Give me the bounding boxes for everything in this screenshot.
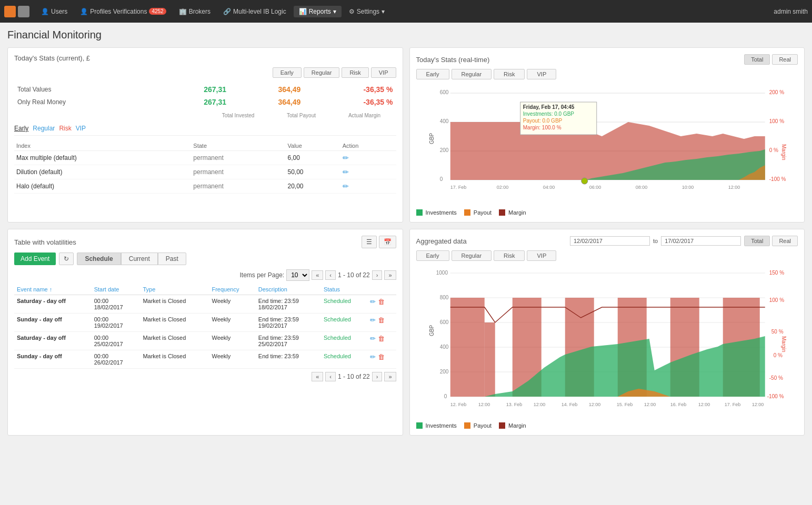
agg-date-to[interactable] xyxy=(661,236,741,246)
col-event-name[interactable]: Event name ↑ xyxy=(14,284,92,295)
delete-event-btn[interactable]: 🗑 xyxy=(378,316,385,324)
col-description[interactable]: Description xyxy=(256,284,321,295)
index-name-0: Max multiple (default) xyxy=(14,151,191,165)
rtchart-tab-regular[interactable]: Regular xyxy=(452,69,492,79)
reports-dropdown-icon: ▾ xyxy=(333,8,336,15)
agg-legend-investments-label: Investments xyxy=(426,422,457,429)
subtab-risk[interactable]: Risk xyxy=(59,125,71,132)
edit-icon-2[interactable]: ✏ xyxy=(343,182,349,190)
event-name: Sunday - day off xyxy=(14,314,92,332)
page-prev-btn[interactable]: ‹ xyxy=(325,270,336,280)
index-state-2: permanent xyxy=(191,179,285,194)
svg-text:12:00: 12:00 xyxy=(588,402,600,407)
nav-item-users[interactable]: 👤 Users xyxy=(36,6,73,17)
agg-margin-dot xyxy=(499,422,505,429)
page-first-btn-b[interactable]: « xyxy=(312,372,323,381)
agg-btn-total[interactable]: Total xyxy=(744,236,770,246)
legend-payout-label: Payout xyxy=(474,209,492,216)
event-start: 00:00 26/02/2017 xyxy=(92,350,141,369)
svg-text:0 %: 0 % xyxy=(773,352,782,358)
svg-text:15. Feb: 15. Feb xyxy=(616,402,633,407)
events-scroll-area[interactable]: Event name ↑ Start date Type Frequency D… xyxy=(14,284,396,369)
real-money-red: -36,35 % xyxy=(304,96,396,108)
rtchart-tab-early[interactable]: Early xyxy=(416,69,449,79)
rtchart-tab-risk[interactable]: Risk xyxy=(494,69,525,79)
subtab-early[interactable]: Early xyxy=(14,125,28,132)
add-event-button[interactable]: Add Event xyxy=(14,252,56,265)
agg-header: Aggregated data to Total Real xyxy=(416,236,798,246)
nav-item-profiles[interactable]: 👤 Profiles Verifications 4252 xyxy=(75,6,171,17)
event-name: Saturday - day off xyxy=(14,332,92,350)
agg-btn-real[interactable]: Real xyxy=(772,236,798,246)
schedule-tab-current[interactable]: Current xyxy=(121,252,158,265)
refresh-button[interactable]: ↻ xyxy=(59,252,74,265)
aggchart-tab-early[interactable]: Early xyxy=(416,250,449,261)
edit-event-btn[interactable]: ✏ xyxy=(370,298,376,306)
profile-icon: 👤 xyxy=(80,8,88,15)
realtime-btn-real[interactable]: Real xyxy=(772,54,798,65)
event-actions: ✏ 🗑 xyxy=(367,350,396,369)
col-status[interactable]: Status xyxy=(321,284,367,295)
svg-text:02:00: 02:00 xyxy=(496,185,508,190)
event-type: Market is Closed xyxy=(140,350,209,369)
agg-date-row: to xyxy=(570,236,741,246)
vol-title: Table with volatilities xyxy=(14,238,76,246)
page-next-btn-b[interactable]: › xyxy=(372,372,383,381)
realtime-chart-svg: 600 400 200 0 200 % 100 % 0 % -100 % GBP… xyxy=(416,84,798,205)
tab-vip[interactable]: VIP xyxy=(371,67,396,78)
edit-event-btn[interactable]: ✏ xyxy=(370,335,376,342)
aggchart-tab-risk[interactable]: Risk xyxy=(494,250,525,261)
edit-icon-0[interactable]: ✏ xyxy=(343,154,349,162)
page-next-btn[interactable]: › xyxy=(372,270,383,280)
aggregated-data-panel: Aggregated data to Total Real Early Regu… xyxy=(409,229,805,436)
items-per-page-select[interactable]: 10 25 50 xyxy=(286,269,309,281)
rtchart-tab-vip[interactable]: VIP xyxy=(527,69,556,79)
event-status: Scheduled xyxy=(321,332,367,350)
payout-dot xyxy=(464,209,470,216)
delete-event-btn[interactable]: 🗑 xyxy=(378,353,385,361)
col-frequency[interactable]: Frequency xyxy=(209,284,255,295)
subtab-vip[interactable]: VIP xyxy=(76,125,86,132)
total-values-label: Total Values xyxy=(14,83,155,96)
nav-item-settings[interactable]: ⚙ Settings ▾ xyxy=(344,6,390,17)
realtime-btn-total[interactable]: Total xyxy=(744,54,770,65)
page-last-btn-b[interactable]: » xyxy=(384,372,396,381)
delete-event-btn[interactable]: 🗑 xyxy=(378,335,385,342)
svg-text:150 %: 150 % xyxy=(769,270,784,276)
nav-logo xyxy=(4,6,29,17)
page-last-btn[interactable]: » xyxy=(384,270,396,280)
schedule-tab-past[interactable]: Past xyxy=(158,252,186,265)
svg-text:Margin: Margin xyxy=(780,144,786,160)
aggchart-tab-regular[interactable]: Regular xyxy=(452,250,492,261)
index-row-2: Halo (default) permanent 20,00 ✏ xyxy=(14,179,396,194)
edit-event-btn[interactable]: ✏ xyxy=(370,353,376,361)
svg-text:12. Feb: 12. Feb xyxy=(450,402,466,407)
aggchart-tab-vip[interactable]: VIP xyxy=(527,250,556,261)
col-start-date[interactable]: Start date xyxy=(92,284,141,295)
stats-subtitles: Total Invested Total Payout Actual Margi… xyxy=(14,113,396,118)
agg-chart-tabs: Early Regular Risk VIP xyxy=(416,250,798,261)
nav-item-ib[interactable]: 🔗 Multi-level IB Logic xyxy=(218,6,292,17)
col-type[interactable]: Type xyxy=(140,284,209,295)
edit-event-btn[interactable]: ✏ xyxy=(370,316,376,324)
nav-item-brokers[interactable]: 🏢 Brokers xyxy=(174,6,216,17)
subtab-regular[interactable]: Regular xyxy=(33,125,55,132)
svg-text:600: 600 xyxy=(439,89,448,95)
delete-event-btn[interactable]: 🗑 xyxy=(378,298,385,306)
nav-item-reports[interactable]: 📊 Reports ▾ xyxy=(294,6,342,17)
edit-icon-1[interactable]: ✏ xyxy=(343,168,349,176)
tab-early[interactable]: Early xyxy=(273,67,302,78)
schedule-tab-schedule[interactable]: Schedule xyxy=(77,252,121,265)
subtitle-payout: Total Payout xyxy=(270,113,333,118)
agg-date-from[interactable] xyxy=(570,236,650,246)
svg-text:12:00: 12:00 xyxy=(533,402,545,407)
svg-text:Margin: 100.0 %: Margin: 100.0 % xyxy=(523,125,561,130)
total-values-green: 267,31 xyxy=(155,83,229,96)
vol-table-view-btn[interactable]: ☰ xyxy=(362,236,377,248)
vol-calendar-view-btn[interactable]: 📅 xyxy=(379,236,396,248)
page-prev-btn-b[interactable]: ‹ xyxy=(325,372,336,381)
total-values-red: -36,35 % xyxy=(304,83,396,96)
tab-risk[interactable]: Risk xyxy=(342,67,368,78)
tab-regular[interactable]: Regular xyxy=(304,67,340,78)
page-first-btn[interactable]: « xyxy=(312,270,323,280)
